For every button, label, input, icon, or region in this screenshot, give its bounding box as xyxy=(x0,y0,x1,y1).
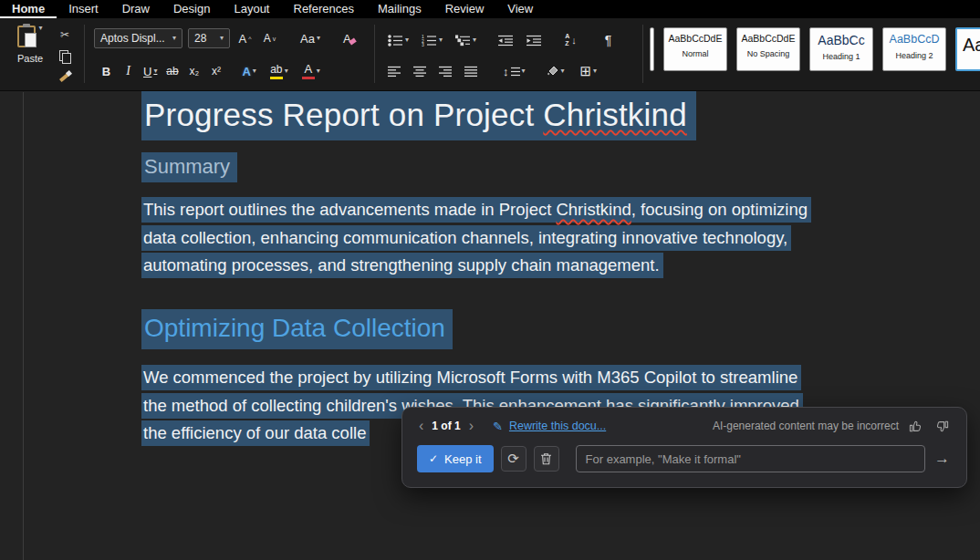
change-case-button[interactable]: Aa▾ xyxy=(297,27,323,49)
style-label: Heading 2 xyxy=(883,51,945,60)
copy-button[interactable] xyxy=(55,47,75,65)
font-color-button[interactable]: A ▾ xyxy=(299,60,323,82)
arrow-right-icon: → xyxy=(934,450,950,467)
style-normal[interactable]: AaBbCcDdE Normal xyxy=(663,27,727,71)
strikethrough-button[interactable]: ab xyxy=(162,60,182,82)
paragraph-1[interactable]: This report outlines the advancements ma… xyxy=(141,196,811,280)
copilot-prompt-input[interactable] xyxy=(576,445,925,472)
style-box-partial-right[interactable]: Aa xyxy=(955,27,980,71)
increase-indent-button[interactable] xyxy=(524,29,545,51)
style-label: Normal xyxy=(664,49,726,58)
borders-button[interactable]: ⊞ ▾ xyxy=(578,60,600,82)
group-divider xyxy=(84,25,85,83)
trash-icon xyxy=(540,452,552,465)
tab-view[interactable]: View xyxy=(495,0,545,18)
down-mark-icon: v xyxy=(273,36,276,42)
word-app: Home Insert Draw Design Layout Reference… xyxy=(0,0,980,560)
format-painter-icon xyxy=(58,70,71,83)
document-title-line[interactable]: Progress Report on Project Christkind xyxy=(141,97,696,133)
pilcrow-icon: ¶ xyxy=(605,33,612,47)
justify-icon xyxy=(464,66,478,78)
send-prompt-button[interactable]: → xyxy=(933,450,952,468)
style-box-partial-left[interactable] xyxy=(650,27,654,71)
style-sample: AaBbCcDdE xyxy=(664,34,726,45)
style-no-spacing[interactable]: AaBbCcDdE No Spacing xyxy=(736,27,800,71)
selection-highlight: This report outlines the advancements ma… xyxy=(141,197,811,223)
bold-icon: B xyxy=(102,65,110,78)
tab-design[interactable]: Design xyxy=(162,0,222,18)
grow-font-button[interactable]: A^ xyxy=(235,27,255,49)
document-line[interactable]: We commenced the project by utilizing Mi… xyxy=(141,364,803,392)
delete-suggestion-button[interactable] xyxy=(534,446,559,472)
show-formatting-button[interactable]: ¶ xyxy=(599,29,618,51)
multilevel-list-button[interactable]: ▾ xyxy=(453,29,479,51)
numbering-icon: 123 xyxy=(422,35,437,47)
font-color-swatch xyxy=(302,77,315,79)
thumbs-down-button[interactable] xyxy=(932,417,952,435)
numbering-button[interactable]: 123 ▾ xyxy=(419,29,445,51)
grow-font-icon: A xyxy=(239,32,247,46)
sort-icon: AZ xyxy=(565,33,569,47)
text-effects-button[interactable]: A ▾ xyxy=(239,60,258,82)
keep-it-button[interactable]: ✓ Keep it xyxy=(417,445,494,472)
thumbs-up-button[interactable] xyxy=(905,417,925,435)
underline-button[interactable]: U▾ xyxy=(141,60,160,82)
tab-draw[interactable]: Draw xyxy=(110,0,162,18)
italic-icon: I xyxy=(126,64,130,78)
tab-mailings[interactable]: Mailings xyxy=(366,0,433,18)
clear-formatting-button[interactable]: A xyxy=(338,27,357,49)
shrink-font-button[interactable]: Av xyxy=(260,27,279,49)
shading-button[interactable]: ▾ xyxy=(544,60,568,82)
italic-button[interactable]: I xyxy=(119,60,138,82)
refresh-icon: ⟳ xyxy=(507,451,519,467)
font-size-combobox[interactable]: 28 ▾ xyxy=(188,28,230,48)
heading-summary[interactable]: Summary xyxy=(141,155,237,179)
sort-button[interactable]: AZ ↓ xyxy=(561,29,580,51)
style-heading-1[interactable]: AaBbCc Heading 1 xyxy=(809,27,873,71)
ai-disclaimer-text: AI-generated content may be incorrect xyxy=(713,420,899,432)
superscript-button[interactable]: x² xyxy=(206,60,225,82)
chevron-down-icon: ▾ xyxy=(285,67,288,75)
align-left-button[interactable] xyxy=(385,60,404,82)
subscript-icon: x₂ xyxy=(190,65,200,78)
style-heading-2[interactable]: AaBbCcD Heading 2 xyxy=(882,27,946,71)
paste-label: Paste xyxy=(9,53,51,64)
document-line[interactable]: automating processes, and strengthening … xyxy=(141,252,811,280)
paste-button[interactable]: ▾ Paste xyxy=(9,24,51,86)
align-right-button[interactable] xyxy=(436,60,455,82)
arrow-down-icon: ↓ xyxy=(571,35,577,46)
style-sample: AaBbCcDdE xyxy=(737,34,799,45)
align-center-button[interactable] xyxy=(411,60,430,82)
bullets-button[interactable]: ▾ xyxy=(385,29,412,51)
tab-insert[interactable]: Insert xyxy=(57,0,110,18)
previous-suggestion-button[interactable]: ‹ xyxy=(417,419,425,433)
spellcheck-squiggle: Christkind xyxy=(556,200,631,219)
font-name-combobox[interactable]: Aptos Displ... ▾ xyxy=(94,28,182,48)
bullets-icon xyxy=(388,35,403,47)
next-suggestion-button[interactable]: › xyxy=(467,419,475,433)
tab-home[interactable]: Home xyxy=(0,0,57,18)
regenerate-button[interactable]: ⟳ xyxy=(501,446,526,472)
clear-formatting-icon: A xyxy=(343,32,351,46)
selection-highlight: data collection, enhancing communication… xyxy=(141,225,791,251)
line-spacing-button[interactable]: ↕ ▾ xyxy=(500,60,528,82)
cut-button[interactable]: ✂ xyxy=(55,26,75,44)
chevron-down-icon: ▾ xyxy=(317,67,320,75)
highlight-color-button[interactable]: ab ▾ xyxy=(267,60,291,82)
document-line[interactable]: This report outlines the advancements ma… xyxy=(141,196,811,224)
justify-button[interactable] xyxy=(462,60,481,82)
style-sample: AaBbCcD xyxy=(883,34,945,47)
format-painter-button[interactable] xyxy=(55,67,75,86)
decrease-indent-button[interactable] xyxy=(495,29,516,51)
document-canvas[interactable]: Progress Report on Project Christkind Su… xyxy=(0,92,980,560)
document-line[interactable]: data collection, enhancing communication… xyxy=(141,224,811,253)
bold-button[interactable]: B xyxy=(97,60,116,82)
rewrite-document-link[interactable]: Rewrite this docu... xyxy=(509,420,606,432)
up-mark-icon: ^ xyxy=(248,36,251,42)
tab-references[interactable]: References xyxy=(282,0,366,18)
heading-optimizing-data-collection[interactable]: Optimizing Data Collection xyxy=(141,314,453,343)
subscript-button[interactable]: x₂ xyxy=(184,60,203,82)
style-label: Heading 1 xyxy=(810,52,872,61)
tab-layout[interactable]: Layout xyxy=(222,0,281,18)
tab-review[interactable]: Review xyxy=(433,0,496,18)
